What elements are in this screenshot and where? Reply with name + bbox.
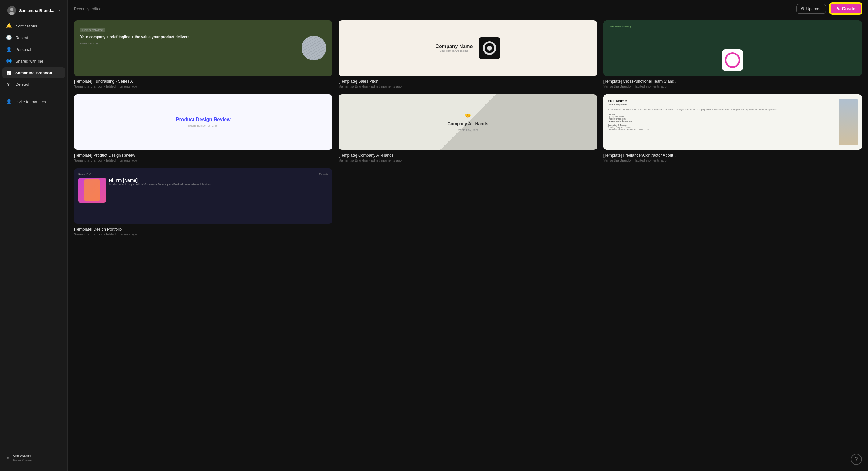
create-label: Create <box>842 6 856 11</box>
avatar <box>7 6 16 15</box>
fl-area: Area of Expertise <box>608 103 835 106</box>
template-card-sales[interactable]: Company Name Your company's tagline [Tem… <box>339 20 597 88</box>
svg-point-1 <box>10 8 13 11</box>
sales-text: Company Name Your company's tagline <box>436 44 473 52</box>
person-icon: 👤 <box>6 47 12 52</box>
template-info-allhands: [Template] Company All-Hands Samantha Br… <box>339 153 597 162</box>
fl-training: Education & Training <box>608 124 835 126</box>
fl-photo <box>839 99 858 146</box>
star-icon: ✦ <box>6 455 10 461</box>
sidebar-item-personal[interactable]: 👤 Personal <box>2 44 65 55</box>
sidebar-label-recent: Recent <box>16 35 28 40</box>
template-time: Edited moments ago <box>106 85 137 88</box>
port-greeting: Hi, I'm [Name] <box>109 178 212 183</box>
template-time: Edited moments ago <box>371 85 402 88</box>
create-button[interactable]: ✎ Create <box>830 3 862 14</box>
create-icon: ✎ <box>836 6 840 11</box>
template-author: Samantha Brandon <box>74 85 103 88</box>
template-author: Samantha Brandon <box>74 158 103 162</box>
trash-icon: 🗑 <box>6 82 12 87</box>
sidebar-divider <box>7 93 60 93</box>
template-info-sales: [Template] Sales Pitch Samantha Brandon … <box>339 79 597 88</box>
template-title: [Template] Product Design Review <box>74 153 332 157</box>
template-time: Edited moments ago <box>106 158 137 162</box>
template-card-product[interactable]: Product Design Review [Team member(s) · … <box>74 94 332 162</box>
template-title: [Template] Design Portfolio <box>74 227 332 232</box>
fl-training-detail: Training Program NameCertificate Earned … <box>608 126 835 130</box>
template-time: Edited moments ago <box>371 158 402 162</box>
template-meta: Samantha Brandon · Edited moments ago <box>74 232 332 236</box>
template-time: Edited moments ago <box>106 232 137 236</box>
template-title: [Template] Fundraising - Series A <box>74 79 332 84</box>
section-label: Recently edited <box>74 6 102 11</box>
freelancer-content: Full Name Area of Expertise A 2-3 senten… <box>608 99 835 146</box>
pd-sub: [Team member(s) · 2hrs] <box>188 124 218 127</box>
fl-contact: Contact • (123) 456-7890 • hello@email.c… <box>608 113 835 122</box>
help-button[interactable]: ? <box>851 454 862 465</box>
sidebar-item-shared[interactable]: 👥 Shared with me <box>2 56 65 66</box>
template-author: Samantha Brandon <box>339 158 368 162</box>
template-card-freelancer[interactable]: Full Name Area of Expertise A 2-3 senten… <box>603 94 862 162</box>
template-info-crossfunc: [Template] Cross-functional Team Stand..… <box>603 79 862 88</box>
portfolio-header: Name (Pro) Portfolio <box>78 173 328 175</box>
sidebar-item-recent[interactable]: 🕐 Recent <box>2 32 65 43</box>
port-portfolio-label: Portfolio <box>319 173 328 175</box>
portfolio-text: Hi, I'm [Name] Introduce yourself and yo… <box>109 178 212 186</box>
template-title: [Template] Freelancer/Contractor About .… <box>603 153 862 157</box>
cf-logo <box>722 49 743 71</box>
ah-emoji: 🤝 <box>465 113 471 119</box>
template-card-allhands[interactable]: 🤝 Company All-Hands Month Day, Year [Tem… <box>339 94 597 162</box>
clock-icon: 🕐 <box>6 35 12 40</box>
port-name: Name (Pro) <box>78 173 91 175</box>
template-title: [Template] Cross-functional Team Stand..… <box>603 79 862 84</box>
sales-tagline: Your company's tagline <box>436 49 473 52</box>
upgrade-icon: ⚙ <box>801 6 805 11</box>
template-info-product: [Template] Product Design Review Samanth… <box>74 153 332 162</box>
shared-icon: 👥 <box>6 58 12 64</box>
credits-row[interactable]: ✦ 500 credits Refer & earn <box>2 451 65 465</box>
port-intro: Introduce yourself and your skills in 2-… <box>109 183 212 186</box>
template-info-freelancer: [Template] Freelancer/Contractor About .… <box>603 153 862 162</box>
sidebar-nav: 🔔 Notifications 🕐 Recent 👤 Personal 👥 Sh… <box>0 20 67 451</box>
sidebar-label-invite: Invite teammates <box>16 99 46 104</box>
sidebar-item-workspace[interactable]: ▦ Samantha Brandon <box>2 67 65 78</box>
pd-title: Product Design Review <box>176 117 231 122</box>
template-title: [Template] Company All-Hands <box>339 153 597 157</box>
template-time: Edited moments ago <box>636 158 666 162</box>
template-card-crossfunc[interactable]: Team Name Standup [Template] Cross-funct… <box>603 20 862 88</box>
circle-graphic <box>302 36 326 60</box>
template-author: Samantha Brandon <box>74 232 103 236</box>
template-info-portfolio: [Template] Design Portfolio Samantha Bra… <box>74 227 332 236</box>
ah-date: Month Day, Year <box>458 128 478 131</box>
sidebar-label-deleted: Deleted <box>16 82 29 87</box>
sidebar-item-invite[interactable]: 👤 Invite teammates <box>2 96 65 107</box>
fundraising-tagline: Your company's brief tagline + the value… <box>80 34 326 40</box>
sidebar-item-notifications[interactable]: 🔔 Notifications <box>2 20 65 31</box>
template-time: Edited moments ago <box>636 85 666 88</box>
template-author: Samantha Brandon <box>603 85 633 88</box>
bell-icon: 🔔 <box>6 23 12 29</box>
template-meta: Samantha Brandon · Edited moments ago <box>74 158 332 162</box>
template-card-portfolio[interactable]: Name (Pro) Portfolio Hi, I'm [Name] Intr… <box>74 168 332 236</box>
template-title: [Template] Sales Pitch <box>339 79 597 84</box>
credits-amount: 500 credits <box>13 454 32 459</box>
template-info-fundraising: [Template] Fundraising - Series A Samant… <box>74 79 332 88</box>
sales-company-name: Company Name <box>436 44 473 49</box>
template-author: Samantha Brandon <box>339 85 368 88</box>
ah-title: Company All-Hands <box>447 121 489 126</box>
credits-sublabel: Refer & earn <box>13 459 32 462</box>
sidebar-label-shared: Shared with me <box>16 59 43 63</box>
template-author: Samantha Brandon <box>603 158 633 162</box>
fl-desc: A 2-3 sentence overview of the freelance… <box>608 108 835 111</box>
sidebar-bottom: ✦ 500 credits Refer & earn <box>0 451 67 468</box>
sidebar-item-deleted[interactable]: 🗑 Deleted <box>2 79 65 90</box>
sidebar-label-workspace: Samantha Brandon <box>16 70 52 75</box>
template-meta: Samantha Brandon · Edited moments ago <box>339 85 597 88</box>
template-card-fundraising[interactable]: [Company Name] Your company's brief tagl… <box>74 20 332 88</box>
upgrade-button[interactable]: ⚙ Upgrade <box>796 4 827 13</box>
workspace-icon: ▦ <box>6 70 12 76</box>
templates-grid: [Company Name] Your company's brief tagl… <box>74 20 862 236</box>
sales-logo <box>479 37 500 59</box>
user-menu[interactable]: Samantha Brand... ▾ <box>2 3 65 18</box>
cf-header: Team Name Standup <box>608 25 857 28</box>
